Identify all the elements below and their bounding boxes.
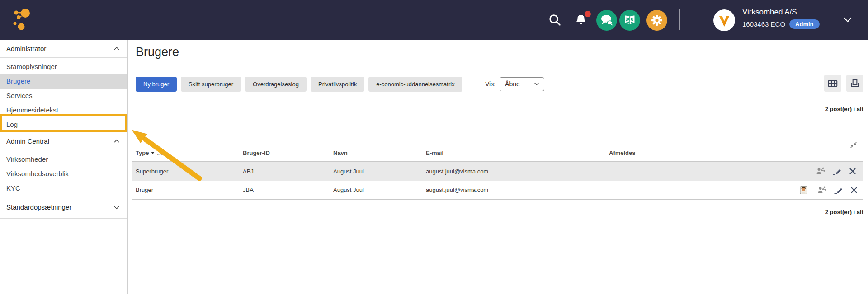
vis-select[interactable]: Åbne: [500, 77, 544, 91]
search-icon[interactable]: [547, 12, 563, 28]
sidebar-section-administrator[interactable]: Administrator: [0, 40, 127, 58]
records-count-top: 2 post(er) i alt: [825, 106, 863, 112]
sidebar-item-services[interactable]: Services: [0, 89, 127, 103]
company-name: Virksomhed A/S: [742, 7, 820, 18]
column-header-bruger-id[interactable]: Bruger-ID: [240, 149, 330, 156]
chevron-up-icon: [113, 138, 120, 145]
chevron-down-icon: [533, 80, 540, 88]
delete-x-icon[interactable]: [849, 186, 859, 195]
user-photo-icon: [799, 185, 809, 195]
sidebar-list-admin-central: Virksomheder Virksomhedsoverblik KYC: [0, 150, 127, 196]
sidebar-item-virksomhedsoverblik[interactable]: Virksomhedsoverblik: [0, 167, 127, 181]
cell-navn: August Juul: [330, 168, 423, 175]
column-header-afmeldes[interactable]: Afmeldes: [606, 149, 796, 156]
chevron-up-icon: [113, 45, 120, 52]
table-row[interactable]: Bruger JBA August Juul august.juul@visma…: [132, 181, 863, 200]
sidebar-section-label: Admin Central: [6, 137, 49, 145]
sidebar-section-admin-central[interactable]: Admin Central: [0, 132, 127, 150]
column-more-menu[interactable]: ...: [157, 149, 163, 156]
delete-x-icon[interactable]: [848, 167, 857, 176]
cell-email: august.juul@visma.com: [423, 187, 606, 193]
assign-user-icon[interactable]: [816, 166, 826, 176]
settings-gear-icon[interactable]: [646, 10, 667, 31]
print-icon: [849, 78, 861, 89]
vis-select-value: Åbne: [505, 80, 520, 88]
records-count-bottom: 2 post(er) i alt: [825, 209, 863, 215]
notifications-bell-icon[interactable]: [573, 11, 591, 29]
row-actions: [796, 166, 863, 176]
education-matrix-button[interactable]: e-conomic-uddannelsesmatrix: [368, 77, 462, 92]
cell-email: august.juul@visma.com: [423, 168, 606, 175]
column-header-type[interactable]: Type ...: [132, 149, 240, 156]
main-content: Brugere Ny bruger Skift superbruger Over…: [128, 40, 868, 294]
vis-label: Vis:: [485, 80, 495, 88]
topbar-divider: [679, 9, 680, 30]
sidebar-item-kyc[interactable]: KYC: [0, 181, 127, 196]
edit-icon[interactable]: [833, 185, 843, 195]
sidebar-section-label: Administrator: [6, 45, 46, 52]
notification-badge: [585, 11, 591, 17]
edit-icon[interactable]: [832, 166, 842, 176]
cell-type: Bruger: [132, 187, 240, 193]
e-conomic-logo-icon[interactable]: [12, 7, 35, 33]
table-layout-button[interactable]: [824, 75, 841, 92]
vis-filter: Vis: Åbne: [485, 76, 544, 92]
admin-badge: Admin: [789, 19, 819, 29]
sidebar-item-brugere[interactable]: Brugere: [0, 74, 127, 89]
sidebar: Administrator Stamoplysninger Brugere Se…: [0, 40, 128, 294]
account-menu[interactable]: Virksomhed A/S 1603463 ECO Admin: [742, 7, 820, 29]
account-chevron-down-icon[interactable]: [842, 15, 854, 24]
chevron-down-icon: [113, 204, 120, 211]
transfer-log-button[interactable]: Overdragelseslog: [245, 77, 307, 92]
chat-icon[interactable]: [596, 10, 617, 31]
sidebar-list-administrator: Stamoplysninger Brugere Services Hjemmes…: [0, 58, 127, 132]
sidebar-item-log[interactable]: Log: [0, 117, 127, 132]
sidebar-item-stamoplysninger[interactable]: Stamoplysninger: [0, 60, 127, 74]
company-avatar[interactable]: [713, 9, 735, 31]
sidebar-item-hjemmesidetekst[interactable]: Hjemmesidetekst: [0, 103, 127, 117]
page-title: Brugere: [136, 45, 179, 59]
users-table: Type ... Bruger-ID Navn E-mail Afmeldes: [132, 145, 863, 200]
sort-caret-icon: [151, 152, 155, 154]
sidebar-section-standardopsaetninger[interactable]: Standardopsætninger: [0, 196, 127, 219]
column-header-navn[interactable]: Navn: [330, 149, 423, 156]
column-header-email[interactable]: E-mail: [423, 149, 606, 156]
row-actions: [796, 185, 865, 195]
sidebar-item-virksomheder[interactable]: Virksomheder: [0, 152, 127, 167]
topbar: Virksomhed A/S 1603463 ECO Admin: [0, 0, 868, 40]
privacy-policy-button[interactable]: Privatlivspolitik: [311, 77, 364, 92]
cell-navn: August Juul: [330, 187, 423, 193]
table-header-row: Type ... Bruger-ID Navn E-mail Afmeldes: [132, 145, 863, 162]
change-superuser-button[interactable]: Skift superbruger: [181, 77, 241, 92]
cell-bruger-id: ABJ: [240, 168, 330, 175]
grid-icon: [827, 78, 839, 89]
company-id: 1603463 ECO: [742, 20, 785, 28]
cell-bruger-id: JBA: [240, 187, 330, 193]
toolbar: Ny bruger Skift superbruger Overdragelse…: [136, 76, 462, 92]
assign-user-icon[interactable]: [817, 185, 827, 195]
academy-book-icon[interactable]: [619, 10, 640, 31]
print-button[interactable]: [846, 75, 863, 92]
cell-type: Superbruger: [132, 168, 240, 175]
table-row[interactable]: Superbruger ABJ August Juul august.juul@…: [132, 162, 863, 181]
new-user-button[interactable]: Ny bruger: [136, 77, 177, 92]
sidebar-section-label: Standardopsætninger: [6, 203, 71, 211]
